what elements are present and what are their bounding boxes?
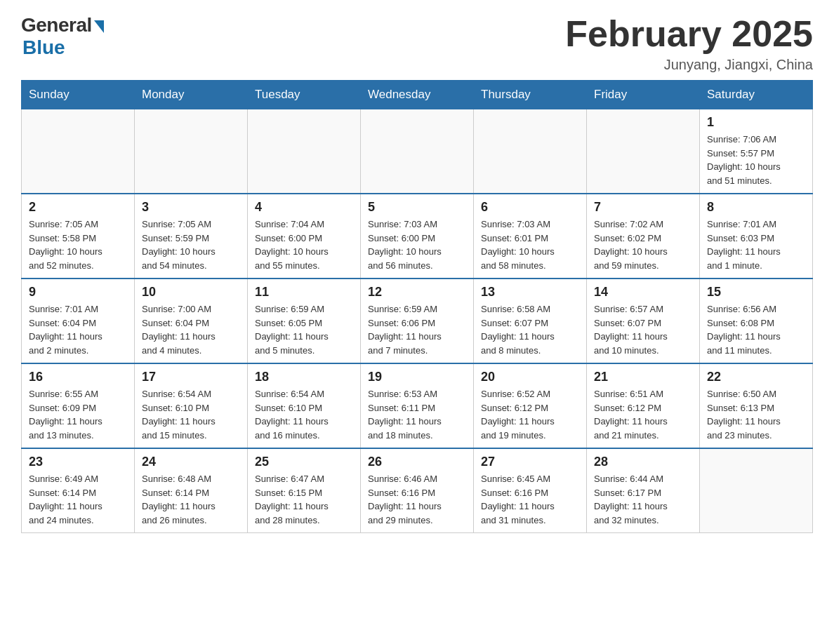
calendar-header-sunday: Sunday	[22, 81, 135, 109]
calendar-cell: 5Sunrise: 7:03 AM Sunset: 6:00 PM Daylig…	[361, 194, 474, 279]
day-info: Sunrise: 6:56 AM Sunset: 6:08 PM Dayligh…	[707, 302, 805, 357]
calendar-cell: 18Sunrise: 6:54 AM Sunset: 6:10 PM Dayli…	[248, 363, 361, 448]
day-info: Sunrise: 6:48 AM Sunset: 6:14 PM Dayligh…	[142, 472, 240, 527]
calendar-cell: 15Sunrise: 6:56 AM Sunset: 6:08 PM Dayli…	[700, 279, 813, 363]
day-number: 25	[255, 455, 353, 469]
calendar-cell	[474, 109, 587, 194]
month-title: February 2025	[565, 14, 813, 54]
day-info: Sunrise: 7:03 AM Sunset: 6:00 PM Dayligh…	[368, 217, 466, 272]
logo: General Blue	[21, 14, 104, 59]
calendar-week-row: 9Sunrise: 7:01 AM Sunset: 6:04 PM Daylig…	[22, 279, 813, 363]
calendar-cell: 11Sunrise: 6:59 AM Sunset: 6:05 PM Dayli…	[248, 279, 361, 363]
calendar-cell: 25Sunrise: 6:47 AM Sunset: 6:15 PM Dayli…	[248, 448, 361, 533]
page-header: General Blue February 2025 Junyang, Jian…	[21, 14, 813, 73]
day-info: Sunrise: 6:57 AM Sunset: 6:07 PM Dayligh…	[594, 302, 692, 357]
day-info: Sunrise: 7:04 AM Sunset: 6:00 PM Dayligh…	[255, 217, 353, 272]
day-info: Sunrise: 6:44 AM Sunset: 6:17 PM Dayligh…	[594, 472, 692, 527]
day-number: 28	[594, 455, 692, 469]
day-number: 13	[481, 285, 579, 300]
day-number: 1	[707, 115, 805, 130]
day-number: 4	[255, 200, 353, 215]
day-number: 8	[707, 200, 805, 215]
day-number: 16	[29, 370, 127, 384]
day-number: 2	[29, 200, 127, 215]
day-number: 10	[142, 285, 240, 300]
calendar-table: SundayMondayTuesdayWednesdayThursdayFrid…	[21, 80, 813, 533]
title-section: February 2025 Junyang, Jiangxi, China	[565, 14, 813, 73]
day-info: Sunrise: 6:52 AM Sunset: 6:12 PM Dayligh…	[481, 387, 579, 442]
day-number: 17	[142, 370, 240, 384]
calendar-cell: 23Sunrise: 6:49 AM Sunset: 6:14 PM Dayli…	[22, 448, 135, 533]
calendar-cell: 27Sunrise: 6:45 AM Sunset: 6:16 PM Dayli…	[474, 448, 587, 533]
day-info: Sunrise: 6:46 AM Sunset: 6:16 PM Dayligh…	[368, 472, 466, 527]
calendar-cell: 22Sunrise: 6:50 AM Sunset: 6:13 PM Dayli…	[700, 363, 813, 448]
calendar-cell: 16Sunrise: 6:55 AM Sunset: 6:09 PM Dayli…	[22, 363, 135, 448]
day-info: Sunrise: 6:54 AM Sunset: 6:10 PM Dayligh…	[142, 387, 240, 442]
day-info: Sunrise: 6:45 AM Sunset: 6:16 PM Dayligh…	[481, 472, 579, 527]
day-number: 24	[142, 455, 240, 469]
calendar-cell: 2Sunrise: 7:05 AM Sunset: 5:58 PM Daylig…	[22, 194, 135, 279]
calendar-cell: 4Sunrise: 7:04 AM Sunset: 6:00 PM Daylig…	[248, 194, 361, 279]
day-number: 27	[481, 455, 579, 469]
day-info: Sunrise: 6:49 AM Sunset: 6:14 PM Dayligh…	[29, 472, 127, 527]
calendar-cell	[587, 109, 700, 194]
calendar-cell: 12Sunrise: 6:59 AM Sunset: 6:06 PM Dayli…	[361, 279, 474, 363]
calendar-header-wednesday: Wednesday	[361, 81, 474, 109]
day-number: 18	[255, 370, 353, 384]
day-number: 26	[368, 455, 466, 469]
calendar-header-saturday: Saturday	[700, 81, 813, 109]
day-number: 19	[368, 370, 466, 384]
calendar-cell: 13Sunrise: 6:58 AM Sunset: 6:07 PM Dayli…	[474, 279, 587, 363]
logo-blue-text: Blue	[22, 36, 65, 59]
calendar-cell	[135, 109, 248, 194]
day-number: 6	[481, 200, 579, 215]
calendar-cell: 20Sunrise: 6:52 AM Sunset: 6:12 PM Dayli…	[474, 363, 587, 448]
calendar-cell: 8Sunrise: 7:01 AM Sunset: 6:03 PM Daylig…	[700, 194, 813, 279]
day-info: Sunrise: 7:05 AM Sunset: 5:58 PM Dayligh…	[29, 217, 127, 272]
day-info: Sunrise: 6:55 AM Sunset: 6:09 PM Dayligh…	[29, 387, 127, 442]
calendar-cell: 14Sunrise: 6:57 AM Sunset: 6:07 PM Dayli…	[587, 279, 700, 363]
calendar-cell	[361, 109, 474, 194]
calendar-header-monday: Monday	[135, 81, 248, 109]
calendar-cell: 21Sunrise: 6:51 AM Sunset: 6:12 PM Dayli…	[587, 363, 700, 448]
calendar-header-thursday: Thursday	[474, 81, 587, 109]
day-info: Sunrise: 6:47 AM Sunset: 6:15 PM Dayligh…	[255, 472, 353, 527]
day-info: Sunrise: 6:58 AM Sunset: 6:07 PM Dayligh…	[481, 302, 579, 357]
day-info: Sunrise: 7:03 AM Sunset: 6:01 PM Dayligh…	[481, 217, 579, 272]
calendar-cell: 1Sunrise: 7:06 AM Sunset: 5:57 PM Daylig…	[700, 109, 813, 194]
calendar-cell: 10Sunrise: 7:00 AM Sunset: 6:04 PM Dayli…	[135, 279, 248, 363]
calendar-header-tuesday: Tuesday	[248, 81, 361, 109]
calendar-cell: 6Sunrise: 7:03 AM Sunset: 6:01 PM Daylig…	[474, 194, 587, 279]
calendar-week-row: 1Sunrise: 7:06 AM Sunset: 5:57 PM Daylig…	[22, 109, 813, 194]
calendar-cell	[700, 448, 813, 533]
day-info: Sunrise: 6:54 AM Sunset: 6:10 PM Dayligh…	[255, 387, 353, 442]
day-info: Sunrise: 7:01 AM Sunset: 6:04 PM Dayligh…	[29, 302, 127, 357]
day-info: Sunrise: 6:50 AM Sunset: 6:13 PM Dayligh…	[707, 387, 805, 442]
day-info: Sunrise: 7:00 AM Sunset: 6:04 PM Dayligh…	[142, 302, 240, 357]
calendar-cell	[248, 109, 361, 194]
day-info: Sunrise: 6:59 AM Sunset: 6:05 PM Dayligh…	[255, 302, 353, 357]
day-info: Sunrise: 7:02 AM Sunset: 6:02 PM Dayligh…	[594, 217, 692, 272]
calendar-header-row: SundayMondayTuesdayWednesdayThursdayFrid…	[22, 81, 813, 109]
calendar-cell: 26Sunrise: 6:46 AM Sunset: 6:16 PM Dayli…	[361, 448, 474, 533]
calendar-week-row: 2Sunrise: 7:05 AM Sunset: 5:58 PM Daylig…	[22, 194, 813, 279]
calendar-cell: 3Sunrise: 7:05 AM Sunset: 5:59 PM Daylig…	[135, 194, 248, 279]
day-info: Sunrise: 6:53 AM Sunset: 6:11 PM Dayligh…	[368, 387, 466, 442]
logo-arrow-icon	[94, 20, 104, 33]
day-number: 5	[368, 200, 466, 215]
calendar-week-row: 23Sunrise: 6:49 AM Sunset: 6:14 PM Dayli…	[22, 448, 813, 533]
day-number: 3	[142, 200, 240, 215]
calendar-cell	[22, 109, 135, 194]
day-number: 14	[594, 285, 692, 300]
day-info: Sunrise: 7:06 AM Sunset: 5:57 PM Dayligh…	[707, 133, 805, 187]
day-number: 12	[368, 285, 466, 300]
day-number: 11	[255, 285, 353, 300]
day-info: Sunrise: 6:59 AM Sunset: 6:06 PM Dayligh…	[368, 302, 466, 357]
calendar-header-friday: Friday	[587, 81, 700, 109]
day-number: 15	[707, 285, 805, 300]
calendar-cell: 7Sunrise: 7:02 AM Sunset: 6:02 PM Daylig…	[587, 194, 700, 279]
calendar-cell: 19Sunrise: 6:53 AM Sunset: 6:11 PM Dayli…	[361, 363, 474, 448]
day-info: Sunrise: 7:05 AM Sunset: 5:59 PM Dayligh…	[142, 217, 240, 272]
day-number: 9	[29, 285, 127, 300]
day-info: Sunrise: 6:51 AM Sunset: 6:12 PM Dayligh…	[594, 387, 692, 442]
